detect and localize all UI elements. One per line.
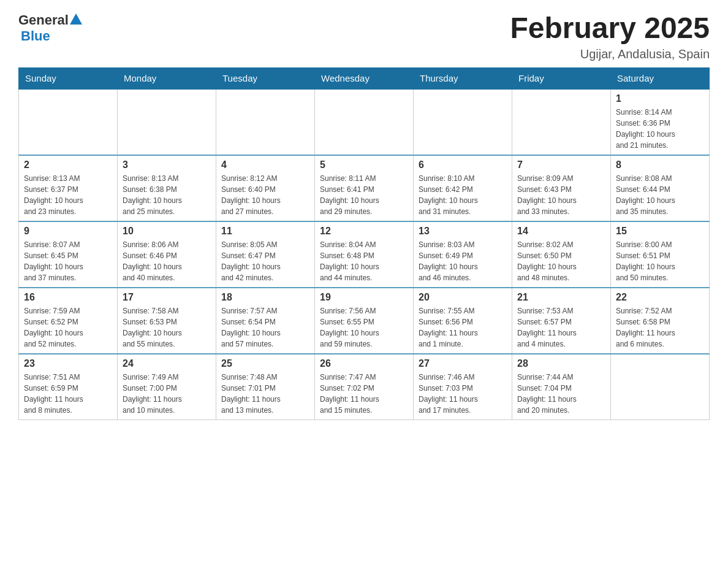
day-number: 19	[320, 292, 408, 303]
calendar-week-row: 23Sunrise: 7:51 AMSunset: 6:59 PMDayligh…	[19, 354, 710, 420]
day-info: Sunrise: 8:07 AMSunset: 6:45 PMDaylight:…	[24, 239, 112, 283]
calendar-cell: 28Sunrise: 7:44 AMSunset: 7:04 PMDayligh…	[512, 354, 611, 420]
day-number: 9	[24, 226, 112, 237]
day-number: 17	[123, 292, 211, 303]
calendar-cell: 12Sunrise: 8:04 AMSunset: 6:48 PMDayligh…	[315, 221, 414, 288]
calendar-cell: 18Sunrise: 7:57 AMSunset: 6:54 PMDayligh…	[216, 288, 315, 354]
calendar-cell: 8Sunrise: 8:08 AMSunset: 6:44 PMDaylight…	[611, 155, 710, 221]
title-section: February 2025 Ugijar, Andalusia, Spain	[510, 12, 710, 61]
calendar-cell: 5Sunrise: 8:11 AMSunset: 6:41 PMDaylight…	[315, 155, 414, 221]
day-number: 21	[517, 292, 605, 303]
calendar-cell: 16Sunrise: 7:59 AMSunset: 6:52 PMDayligh…	[19, 288, 118, 354]
logo: General Blue	[18, 12, 83, 44]
calendar-cell	[414, 89, 512, 155]
day-info: Sunrise: 7:55 AMSunset: 6:56 PMDaylight:…	[419, 305, 507, 350]
day-number: 15	[616, 226, 704, 237]
day-info: Sunrise: 8:00 AMSunset: 6:51 PMDaylight:…	[616, 239, 704, 283]
calendar-cell	[216, 89, 315, 155]
header-thursday: Thursday	[414, 67, 512, 89]
day-number: 8	[616, 159, 704, 170]
day-number: 16	[24, 292, 112, 303]
calendar-cell: 7Sunrise: 8:09 AMSunset: 6:43 PMDaylight…	[512, 155, 611, 221]
calendar-cell: 13Sunrise: 8:03 AMSunset: 6:49 PMDayligh…	[414, 221, 512, 288]
calendar-cell: 20Sunrise: 7:55 AMSunset: 6:56 PMDayligh…	[414, 288, 512, 354]
day-info: Sunrise: 7:58 AMSunset: 6:53 PMDaylight:…	[123, 305, 211, 350]
calendar-cell: 15Sunrise: 8:00 AMSunset: 6:51 PMDayligh…	[611, 221, 710, 288]
calendar-cell: 3Sunrise: 8:13 AMSunset: 6:38 PMDaylight…	[118, 155, 216, 221]
header-sunday: Sunday	[19, 67, 118, 89]
calendar: Sunday Monday Tuesday Wednesday Thursday…	[18, 67, 710, 420]
calendar-cell: 2Sunrise: 8:13 AMSunset: 6:37 PMDaylight…	[19, 155, 118, 221]
calendar-cell: 21Sunrise: 7:53 AMSunset: 6:57 PMDayligh…	[512, 288, 611, 354]
header-saturday: Saturday	[611, 67, 710, 89]
header-wednesday: Wednesday	[315, 67, 414, 89]
day-info: Sunrise: 7:49 AMSunset: 7:00 PMDaylight:…	[123, 372, 211, 416]
calendar-cell: 6Sunrise: 8:10 AMSunset: 6:42 PMDaylight…	[414, 155, 512, 221]
calendar-cell: 24Sunrise: 7:49 AMSunset: 7:00 PMDayligh…	[118, 354, 216, 420]
day-number: 2	[24, 159, 112, 170]
day-info: Sunrise: 8:14 AMSunset: 6:36 PMDaylight:…	[616, 107, 704, 151]
day-number: 28	[517, 358, 605, 369]
calendar-cell	[512, 89, 611, 155]
day-number: 14	[517, 226, 605, 237]
day-info: Sunrise: 8:09 AMSunset: 6:43 PMDaylight:…	[517, 173, 605, 217]
header-friday: Friday	[512, 67, 611, 89]
header-tuesday: Tuesday	[216, 67, 315, 89]
calendar-cell	[315, 89, 414, 155]
day-info: Sunrise: 8:02 AMSunset: 6:50 PMDaylight:…	[517, 239, 605, 283]
day-info: Sunrise: 8:12 AMSunset: 6:40 PMDaylight:…	[221, 173, 309, 217]
calendar-cell: 22Sunrise: 7:52 AMSunset: 6:58 PMDayligh…	[611, 288, 710, 354]
calendar-cell: 9Sunrise: 8:07 AMSunset: 6:45 PMDaylight…	[19, 221, 118, 288]
day-number: 12	[320, 226, 408, 237]
logo-text-general: General	[18, 12, 69, 28]
calendar-week-row: 1Sunrise: 8:14 AMSunset: 6:36 PMDaylight…	[19, 89, 710, 155]
day-number: 3	[123, 159, 211, 170]
day-number: 5	[320, 159, 408, 170]
day-number: 4	[221, 159, 309, 170]
month-title: February 2025	[510, 12, 710, 45]
calendar-cell: 19Sunrise: 7:56 AMSunset: 6:55 PMDayligh…	[315, 288, 414, 354]
location: Ugijar, Andalusia, Spain	[510, 47, 710, 61]
day-info: Sunrise: 7:59 AMSunset: 6:52 PMDaylight:…	[24, 305, 112, 350]
calendar-week-row: 16Sunrise: 7:59 AMSunset: 6:52 PMDayligh…	[19, 288, 710, 354]
day-info: Sunrise: 8:11 AMSunset: 6:41 PMDaylight:…	[320, 173, 408, 217]
day-info: Sunrise: 7:48 AMSunset: 7:01 PMDaylight:…	[221, 372, 309, 416]
calendar-week-row: 9Sunrise: 8:07 AMSunset: 6:45 PMDaylight…	[19, 221, 710, 288]
day-number: 7	[517, 159, 605, 170]
header-monday: Monday	[118, 67, 216, 89]
day-info: Sunrise: 7:46 AMSunset: 7:03 PMDaylight:…	[419, 372, 507, 416]
page-header: General Blue February 2025 Ugijar, Andal…	[18, 12, 710, 61]
day-number: 6	[419, 159, 507, 170]
calendar-cell: 1Sunrise: 8:14 AMSunset: 6:36 PMDaylight…	[611, 89, 710, 155]
day-number: 25	[221, 358, 309, 369]
day-info: Sunrise: 8:03 AMSunset: 6:49 PMDaylight:…	[419, 239, 507, 283]
calendar-cell: 26Sunrise: 7:47 AMSunset: 7:02 PMDayligh…	[315, 354, 414, 420]
calendar-cell: 25Sunrise: 7:48 AMSunset: 7:01 PMDayligh…	[216, 354, 315, 420]
day-number: 13	[419, 226, 507, 237]
day-info: Sunrise: 8:08 AMSunset: 6:44 PMDaylight:…	[616, 173, 704, 217]
day-info: Sunrise: 7:51 AMSunset: 6:59 PMDaylight:…	[24, 372, 112, 416]
calendar-cell	[118, 89, 216, 155]
logo-text-blue: Blue	[21, 28, 50, 44]
day-number: 20	[419, 292, 507, 303]
calendar-cell: 10Sunrise: 8:06 AMSunset: 6:46 PMDayligh…	[118, 221, 216, 288]
calendar-week-row: 2Sunrise: 8:13 AMSunset: 6:37 PMDaylight…	[19, 155, 710, 221]
day-info: Sunrise: 8:04 AMSunset: 6:48 PMDaylight:…	[320, 239, 408, 283]
calendar-cell: 4Sunrise: 8:12 AMSunset: 6:40 PMDaylight…	[216, 155, 315, 221]
day-info: Sunrise: 8:05 AMSunset: 6:47 PMDaylight:…	[221, 239, 309, 283]
day-info: Sunrise: 7:47 AMSunset: 7:02 PMDaylight:…	[320, 372, 408, 416]
calendar-cell: 17Sunrise: 7:58 AMSunset: 6:53 PMDayligh…	[118, 288, 216, 354]
day-info: Sunrise: 8:13 AMSunset: 6:37 PMDaylight:…	[24, 173, 112, 217]
day-info: Sunrise: 8:06 AMSunset: 6:46 PMDaylight:…	[123, 239, 211, 283]
day-info: Sunrise: 8:13 AMSunset: 6:38 PMDaylight:…	[123, 173, 211, 217]
calendar-cell	[19, 89, 118, 155]
logo-line1: General	[18, 12, 83, 28]
day-info: Sunrise: 7:56 AMSunset: 6:55 PMDaylight:…	[320, 305, 408, 350]
calendar-cell: 27Sunrise: 7:46 AMSunset: 7:03 PMDayligh…	[414, 354, 512, 420]
day-info: Sunrise: 7:52 AMSunset: 6:58 PMDaylight:…	[616, 305, 704, 350]
day-number: 18	[221, 292, 309, 303]
calendar-cell: 14Sunrise: 8:02 AMSunset: 6:50 PMDayligh…	[512, 221, 611, 288]
day-number: 27	[419, 358, 507, 369]
day-info: Sunrise: 7:57 AMSunset: 6:54 PMDaylight:…	[221, 305, 309, 350]
day-info: Sunrise: 8:10 AMSunset: 6:42 PMDaylight:…	[419, 173, 507, 217]
